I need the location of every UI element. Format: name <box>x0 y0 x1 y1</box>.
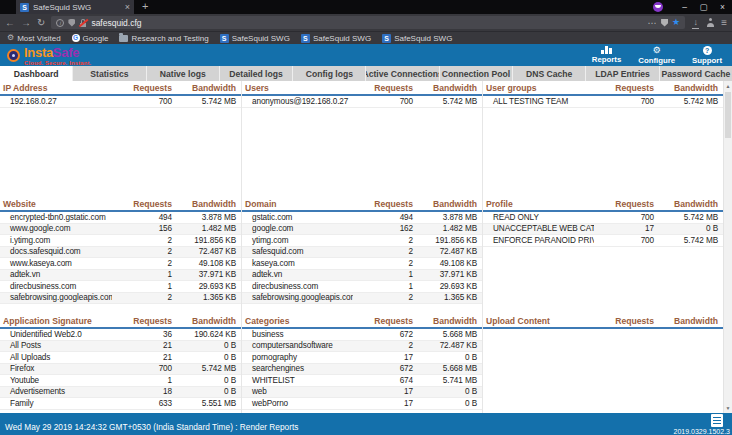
bookmark-most-visited[interactable]: ⚙Most Visited <box>7 34 61 43</box>
tab-dns-cache[interactable]: DNS Cache <box>513 66 586 81</box>
row-bandwidth: 191.856 KB <box>413 236 477 245</box>
bookmark-safesquid-swg[interactable]: SSafeSquid SWG <box>220 34 290 43</box>
panel-rows: 192.168.0.27 700 5.742 MB <box>0 96 241 108</box>
tracking-protection-shield-icon[interactable] <box>68 19 75 27</box>
table-row: safebrowsing.googleapis.com 2 1.365 KB <box>0 293 241 305</box>
bookmark-label: Most Visited <box>17 34 60 43</box>
new-tab-button[interactable]: + <box>142 0 148 14</box>
tab-config-logs[interactable]: Config logs <box>293 66 366 81</box>
table-row: www.google.com 156 1.482 MB <box>0 224 241 236</box>
back-button[interactable]: ← <box>5 18 15 28</box>
google-favicon-icon: G <box>72 34 80 42</box>
table-row: web 17 0 B <box>242 387 482 399</box>
table-row: ytimg.com 2 191.856 KB <box>242 235 482 247</box>
tab-statistics[interactable]: Statistics <box>73 66 146 81</box>
row-requests: 674 <box>353 376 413 385</box>
bookmark-safesquid-swg[interactable]: SSafeSquid SWG <box>301 34 371 43</box>
support-button[interactable]: ? Support <box>692 46 722 65</box>
dashboard-content: IP Address Requests Bandwidth 192.168.0.… <box>0 81 732 413</box>
row-name: adtek.vn <box>3 270 112 279</box>
report-document-icon[interactable] <box>711 414 723 427</box>
bookmark-safesquid-swg[interactable]: SSafeSquid SWG <box>382 34 452 43</box>
row-name: Family <box>3 399 112 408</box>
tab-dashboard[interactable]: Dashboard <box>0 66 73 81</box>
dashboard-panel: Website Requests Bandwidth encrypted-tbn… <box>0 197 241 314</box>
panel-header: Categories Requests Bandwidth <box>242 314 482 329</box>
column-header-requests: Requests <box>112 199 172 209</box>
row-requests: 2 <box>353 341 413 350</box>
titlebar-right: – ▢ × <box>653 0 732 14</box>
row-name: ytimg.com <box>245 236 353 245</box>
url-text[interactable]: safesquid.cfg <box>91 18 643 28</box>
table-row: adtek.vn 1 37.971 KB <box>0 270 241 282</box>
bookmark-label: Google <box>83 34 109 43</box>
bookmark-google[interactable]: GGoogle <box>72 34 109 43</box>
row-name: 192.168.0.27 <box>3 97 112 106</box>
row-bandwidth: 0 B <box>654 224 718 233</box>
configure-button[interactable]: ⚙ Configure <box>638 46 675 65</box>
tab-ldap-entries[interactable]: LDAP Entries <box>586 66 659 81</box>
column-header-bandwidth: Bandwidth <box>654 199 718 209</box>
row-name: computersandsoftware <box>245 341 353 350</box>
reload-button[interactable]: ↻ <box>37 18 45 28</box>
panel-header: Users Requests Bandwidth <box>242 81 482 96</box>
bookmark-research-and-testing[interactable]: Research and Testing <box>119 34 208 43</box>
table-row: searchengines 672 5.668 MB <box>242 364 482 376</box>
row-requests: 2 <box>112 247 172 256</box>
reports-button[interactable]: Reports <box>592 46 621 65</box>
row-requests: 672 <box>353 330 413 339</box>
extension-badge-icon[interactable] <box>653 2 663 12</box>
row-bandwidth: 37.971 KB <box>413 270 477 279</box>
row-bandwidth: 29.693 KB <box>413 282 477 291</box>
downloads-icon[interactable]: ↓ <box>691 18 700 27</box>
row-requests: 17 <box>353 353 413 362</box>
save-to-pocket-icon[interactable] <box>661 19 668 27</box>
row-requests: 36 <box>112 330 172 339</box>
site-info-icon[interactable]: i <box>56 19 64 27</box>
row-name: i.ytimg.com <box>3 236 112 245</box>
hamburger-menu-icon[interactable]: ≡ <box>721 18 727 28</box>
window-minimize-button[interactable]: – <box>675 0 694 14</box>
tab-detailed-logs[interactable]: Detailed logs <box>220 66 293 81</box>
browser-tab[interactable]: S SafeSquid SWG × <box>16 0 134 14</box>
bookmark-star-icon[interactable]: ★ <box>672 18 680 27</box>
scroll-up-arrow-icon[interactable]: ▲ <box>724 81 732 91</box>
page-actions-icon[interactable]: ⋯ <box>648 18 658 28</box>
row-bandwidth: 190.624 KB <box>172 330 236 339</box>
panel-header: User groups Requests Bandwidth <box>483 81 723 96</box>
tab-active-connections[interactable]: Active Connections <box>366 66 439 81</box>
row-requests: 2 <box>112 293 172 302</box>
tab-close-icon[interactable]: × <box>125 0 130 14</box>
row-name: Unidentified Web2.0 <box>3 330 112 339</box>
panel-rows: business 672 5.668 MB computersandsoftwa… <box>242 329 482 410</box>
table-row: ENFORCE PARANOID PRIVACY LEVEL 700 5.742… <box>483 235 723 247</box>
window-close-button[interactable]: × <box>713 0 732 14</box>
table-row: safesquid.com 2 72.487 KB <box>242 247 482 259</box>
row-requests: 1 <box>353 282 413 291</box>
safesquid-favicon-icon: S <box>20 3 29 12</box>
vertical-scrollbar[interactable]: ▲ ▼ <box>723 81 732 413</box>
row-bandwidth: 0 B <box>413 387 477 396</box>
window-maximize-button[interactable]: ▢ <box>694 0 713 14</box>
panel-title: IP Address <box>3 83 112 93</box>
scrollbar-thumb[interactable] <box>725 92 731 138</box>
url-bar[interactable]: i safesquid.cfg ⋯ ★ <box>51 16 685 29</box>
forward-button[interactable]: → <box>21 18 31 28</box>
table-row: All Uploads 21 0 B <box>0 352 241 364</box>
tab-native-logs[interactable]: Native logs <box>147 66 220 81</box>
table-row: www.kaseya.com 2 49.108 KB <box>0 258 241 270</box>
bookmark-label: Research and Testing <box>131 34 208 43</box>
row-bandwidth: 191.856 KB <box>172 236 236 245</box>
browser-titlebar: S SafeSquid SWG × + – ▢ × <box>0 0 732 14</box>
row-bandwidth: 29.693 KB <box>172 282 236 291</box>
scroll-down-arrow-icon[interactable]: ▼ <box>724 403 732 413</box>
tab-connection-pool[interactable]: Connection Pool <box>440 66 513 81</box>
row-requests: 21 <box>112 353 172 362</box>
tab-password-cache[interactable]: Password Cache <box>660 66 732 81</box>
account-icon[interactable] <box>706 18 715 27</box>
row-requests: 162 <box>353 224 413 233</box>
column-header-requests: Requests <box>594 83 654 93</box>
instasafe-logo-icon <box>7 49 20 62</box>
row-name: anonymous@192.168.0.27 <box>245 97 353 106</box>
browser-tab-title: SafeSquid SWG <box>33 3 121 12</box>
